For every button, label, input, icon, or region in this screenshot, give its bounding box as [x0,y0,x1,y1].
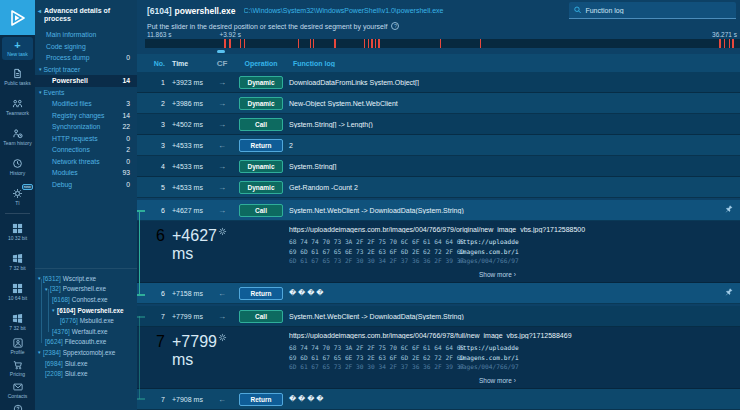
pin-icon[interactable] [724,205,733,214]
table-row[interactable]: 2 +3986 ms → Dynamic New-Object System.N… [137,93,740,114]
tree-item-msbuild[interactable]: [6776]Msbuild.exe [35,315,137,326]
show-more-link[interactable]: Show more › [479,377,740,384]
operation-badge: Dynamic [239,76,283,89]
timeline-event-tick [244,39,246,48]
tree-item-powershell-32[interactable]: ▾[32]Powershell.exe [35,284,137,295]
help-icon[interactable]: ? [391,22,399,30]
call-return-bracket [139,210,140,295]
panel-item-debug[interactable]: Debug0 [35,179,137,191]
timeline-event-tick [310,39,312,48]
timeline-event-tick [313,39,315,48]
people-icon [12,98,23,109]
operation-badge: Dynamic [239,181,283,194]
panel-section-script-tracer[interactable]: ▾Script tracer [35,64,137,76]
tree-item-conhost[interactable]: [6168]Conhost.exe [35,294,137,305]
panel-item-code-signing[interactable]: Code signing [35,41,137,53]
timeline-start-label: 11.863 s [147,31,171,38]
tree-item-powershell-6104[interactable]: ▾[6104]Powershell.exe [35,305,137,316]
table-row[interactable]: 3 +4502 ms → Call System.String[] -> Len… [137,114,740,135]
col-function-log: Function log [287,60,740,67]
table-row[interactable]: 7 +7908 ms ← Return � � � � [137,389,740,410]
panel-item-modules[interactable]: Modules93 [35,167,137,179]
play-logo-icon [8,8,28,28]
timeline-event-tick [375,39,377,48]
sidebar-item-history[interactable]: History [0,154,35,180]
tree-connector [41,279,42,343]
panel-item-network-threats[interactable]: Network threats0 [35,156,137,168]
timeline-slider-thumb[interactable] [217,50,225,53]
panel-item-powershell[interactable]: Powershell14 [35,75,137,87]
collapse-panel-icon[interactable]: ◂ [38,7,41,15]
sidebar-item-team-history[interactable]: Team history [0,124,35,150]
panel-item-connections[interactable]: Connections2 [35,144,137,156]
sidebar-item-public-tasks[interactable]: Public tasks [0,64,35,90]
timeline-event-tick [229,39,231,48]
sidebar-item-os-10-32[interactable]: 10 32 bit [0,219,35,245]
operation-badge: Dynamic [239,160,283,173]
search-icon [574,6,581,14]
new-task-button[interactable]: + New task [2,37,33,60]
chevron-down-icon: ▾ [39,66,42,72]
panel-item-main-information[interactable]: Main information [35,29,137,41]
sidebar-item-profile[interactable]: Profile [0,336,35,357]
tree-item-sppextcomobj[interactable]: ▾[2384]Sppextcomobj.exe [35,347,137,358]
table-row[interactable]: 5 +4533 ms → Dynamic Get-Random -Count 2 [137,177,740,198]
show-more-link[interactable]: Show more › [479,271,740,278]
search-input[interactable] [585,7,731,14]
sidebar-item-ti[interactable]: new TI [0,184,35,210]
tree-item-werfault[interactable]: [4376]Werfault.exe [35,326,137,337]
panel-item-synchronization[interactable]: Synchronization22 [35,121,137,133]
function-log-table: No. Time CF Operation Function log 1 +39… [137,54,740,410]
table-row[interactable]: 1 +3923 ms → Dynamic DownloadDataFromLin… [137,72,740,93]
table-row[interactable]: 3 +4533 ms ← Return 2 [137,135,740,156]
timeline-event-tick [729,39,731,48]
main-content: [6104] powershell.exe C:\Windows\System3… [137,0,740,410]
operation-badge: Return [239,287,283,300]
chevron-down-icon: ▾ [39,89,42,95]
sidebar-item-teamwork[interactable]: Teamwork [0,94,35,120]
search-box[interactable] [569,2,736,19]
sidebar-bottom-group: Profile Pricing Contacts FAQ Log Out [0,335,35,410]
sidebar-item-faq[interactable]: FAQ [0,402,35,410]
panel-item-http-requests[interactable]: HTTP requests0 [35,133,137,145]
tree-item-slui-6984[interactable]: [6984]Slui.exe [35,358,137,369]
anyrun-logo[interactable] [0,0,35,35]
timeline-event-tick [240,39,242,48]
sidebar-item-os-10-64[interactable]: 10 64 bit [0,279,35,305]
table-row[interactable]: 7 +7799 ms → Call System.Net.WebClient -… [137,306,740,327]
sidebar-item-os-7-32[interactable]: 7 32 bit [0,249,35,275]
sidebar-item-contacts[interactable]: Contacts [0,380,35,401]
process-header: [6104] powershell.exe C:\Windows\System3… [137,0,740,19]
call-return-bracket [137,398,145,400]
table-row-detail[interactable]: 6 +4627 ms https://uploaddeimagens.com.b… [137,221,740,283]
timeline-event-tick [732,39,734,48]
cf-forward-arrow: → [209,312,235,321]
cf-back-arrow: ← [209,395,235,404]
timeline-bar[interactable] [145,39,740,48]
panel-item-modified-files[interactable]: Modified files3 [35,98,137,110]
timeline-event-tick [480,39,482,48]
cf-back-arrow: ← [209,289,235,298]
call-return-bracket [137,316,145,318]
panel-section-events[interactable]: ▾Events [35,87,137,99]
sidebar-item-os-7-32b[interactable]: 7 32 bit [0,309,35,335]
table-row-detail[interactable]: 7 +7799 ms https://uploaddeimagens.com.b… [137,327,740,389]
pin-icon[interactable] [724,288,733,297]
tree-item-wscript[interactable]: ▾[6312]Wscript.exe [35,273,137,284]
url-value: https://uploaddeimagens.com.br/images/00… [289,332,740,339]
cf-forward-arrow: → [209,99,235,108]
process-path: C:\Windows\System32\WindowsPowerShell\v1… [244,7,444,14]
panel-item-registry-changes[interactable]: Registry changes14 [35,110,137,122]
tree-item-slui-2208[interactable]: [2208]Slui.exe [35,368,137,379]
tree-item-filecoauth[interactable]: [6624]Filecoauth.exe [35,337,137,348]
timeline: 11.863 s +3.92 s 36.271 s [145,31,740,52]
operation-badge: Call [239,118,283,131]
sidebar-item-pricing[interactable]: Pricing [0,358,35,379]
table-row[interactable]: 4 +4533 ms → Dynamic System.String[] [137,156,740,177]
table-row-selected[interactable]: 6 +4627 ms → Call System.Net.WebClient -… [137,200,740,221]
panel-item-process-dump[interactable]: Process dump0 [35,52,137,64]
table-row-selected[interactable]: 6 +7158 ms ← Return � � � � [137,283,740,304]
windows7-icon [12,253,23,264]
app-window: + New task Public tasks Teamwork Team hi… [0,0,740,410]
timeline-event-tick [440,39,442,48]
